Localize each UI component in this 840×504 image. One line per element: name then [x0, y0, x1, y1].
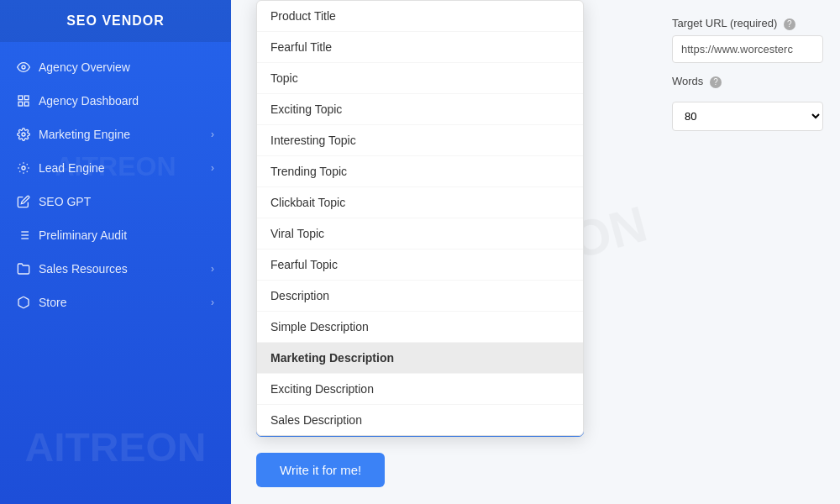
sidebar-item-preliminary-audit[interactable]: Preliminary Audit — [0, 218, 231, 252]
grid-icon — [17, 94, 30, 108]
sidebar-logo: SEO VENDOR — [0, 0, 231, 42]
chevron-right-icon: › — [211, 129, 214, 140]
dropdown-item-description[interactable]: Description — [257, 281, 583, 312]
sidebar-item-label: SEO GPT — [39, 195, 91, 208]
dropdown-item-clickbait-topic[interactable]: Clickbait Topic — [257, 187, 583, 218]
sidebar-navigation: Agency Overview Agency Dashboard Marketi… — [0, 42, 231, 328]
sidebar: SEO VENDOR Agency Overview Agency Dashbo… — [0, 0, 231, 504]
sidebar-item-lead-engine[interactable]: Lead Engine › — [0, 151, 231, 185]
chevron-right-icon: › — [211, 162, 214, 174]
sidebar-item-label: Store — [39, 296, 66, 309]
svg-rect-4 — [24, 102, 29, 106]
sidebar-item-label: Marketing Engine — [39, 128, 130, 141]
svg-rect-1 — [18, 96, 23, 100]
svg-rect-3 — [18, 102, 23, 106]
sidebar-item-label: Sales Resources — [39, 262, 128, 276]
sidebar-item-label: Agency Dashboard — [39, 94, 139, 108]
main-content: AITREON S W key Target URL (required) ? … — [231, 0, 840, 504]
sidebar-item-agency-overview[interactable]: Agency Overview — [0, 50, 231, 84]
dropdown-item-marketing-description[interactable]: Marketing Description — [257, 343, 583, 374]
words-help-icon[interactable]: ? — [710, 76, 722, 88]
svg-point-6 — [22, 166, 25, 170]
sidebar-item-label: Agency Overview — [39, 60, 130, 74]
gear-icon — [17, 161, 30, 175]
dropdown-item-trending-topic[interactable]: Trending Topic — [257, 156, 583, 187]
dropdown-item-fearful-topic[interactable]: Fearful Topic — [257, 249, 583, 281]
right-panel: Target URL (required) ? Words ? 80 — [655, 0, 840, 148]
dropdown-item-topic[interactable]: Topic — [257, 63, 583, 94]
url-label: Target URL (required) ? — [672, 17, 823, 30]
words-select[interactable]: 80 — [672, 102, 823, 131]
svg-point-0 — [22, 66, 25, 69]
chevron-right-icon: › — [211, 297, 214, 308]
chevron-right-icon: › — [211, 263, 214, 275]
svg-rect-2 — [24, 96, 29, 100]
dropdown-item-viral-topic[interactable]: Viral Topic — [257, 218, 583, 249]
dropdown-item-exciting-description[interactable]: Exciting Description — [257, 374, 583, 405]
write-button-area: Write it for me! — [256, 453, 385, 487]
sidebar-watermark: AITREON — [25, 424, 207, 470]
folder-icon — [17, 262, 30, 276]
sidebar-item-store[interactable]: Store › — [0, 286, 231, 319]
words-label: Words ? — [672, 75, 823, 88]
cog-icon — [17, 128, 30, 141]
help-icon[interactable]: ? — [784, 18, 795, 30]
sidebar-item-marketing-engine[interactable]: Marketing Engine › — [0, 118, 231, 151]
dropdown-item-product-title[interactable]: Product Title — [257, 1, 583, 32]
dropdown-item-exciting-topic[interactable]: Exciting Topic — [257, 94, 583, 125]
sidebar-item-label: Preliminary Audit — [39, 228, 127, 242]
target-url-input[interactable] — [672, 35, 823, 63]
sidebar-item-sales-resources[interactable]: Sales Resources › — [0, 252, 231, 286]
write-button[interactable]: Write it for me! — [256, 453, 385, 487]
sidebar-item-agency-dashboard[interactable]: Agency Dashboard — [0, 84, 231, 118]
sidebar-item-label: Lead Engine — [39, 161, 105, 175]
dropdown-item-sales-description[interactable]: Sales Description — [257, 405, 583, 435]
eye-icon — [17, 60, 30, 74]
type-dropdown: Product Title Fearful Title Topic Exciti… — [256, 0, 584, 436]
edit-icon — [17, 195, 30, 208]
dropdown-item-interesting-topic[interactable]: Interesting Topic — [257, 125, 583, 156]
dropdown-item-simple-description[interactable]: Simple Description — [257, 312, 583, 343]
box-icon — [17, 296, 30, 309]
dropdown-item-fearful-title[interactable]: Fearful Title — [257, 32, 583, 63]
svg-point-5 — [22, 133, 25, 136]
sidebar-item-seo-gpt[interactable]: SEO GPT — [0, 185, 231, 218]
list-icon — [17, 228, 30, 242]
